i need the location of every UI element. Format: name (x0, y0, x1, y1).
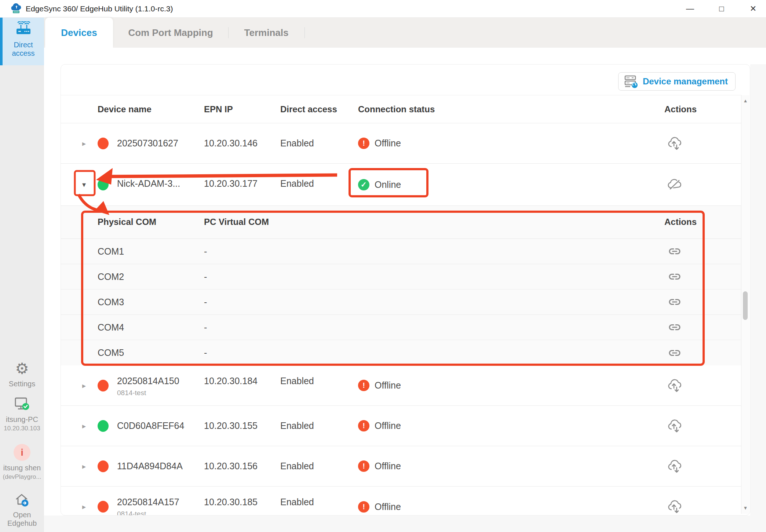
offline-icon: ! (358, 138, 369, 149)
cloud-sync-icon[interactable] (666, 123, 683, 163)
device-ip: 10.20.30.185 (204, 497, 258, 507)
scroll-down-icon[interactable]: ▼ (741, 505, 749, 511)
col-connection-status: Connection status (358, 104, 435, 114)
connection-status: ! Offline (358, 365, 401, 405)
device-name: C0D60A8FEF64 (117, 420, 184, 431)
device-subtitle: 0814-test (117, 510, 146, 515)
direct-access-value: Enabled (280, 461, 314, 471)
expand-arrow-icon[interactable]: ▸ (79, 406, 89, 446)
collapse-arrow-icon[interactable]: ▾ (79, 164, 89, 205)
link-icon[interactable] (666, 289, 683, 314)
col-pc-virtual-com: PC Virtual COM (204, 217, 269, 227)
cloud-sync-icon[interactable] (666, 365, 683, 405)
offline-icon: ! (358, 380, 369, 391)
physical-com: COM2 (98, 272, 124, 282)
com-table-header: Physical COM PC Virtual COM Actions (61, 206, 741, 239)
com-row: COM3 - (61, 289, 741, 315)
minimize-button[interactable]: — (684, 4, 696, 14)
device-subtitle: 0814-test (117, 389, 146, 397)
cloud-off-icon[interactable] (666, 164, 683, 205)
status-text: Online (375, 179, 401, 190)
device-ip: 10.20.30.156 (204, 461, 258, 471)
sidebar-item-open-edgehub[interactable]: Open Edgehub (0, 492, 44, 528)
cloud-sync-icon[interactable] (666, 487, 683, 515)
pc-ip: 10.20.30.103 (0, 425, 44, 432)
tab-devices[interactable]: Devices (45, 18, 113, 48)
device-management-icon (624, 75, 638, 88)
connection-status: ! Offline (358, 406, 401, 446)
virtual-com: - (204, 347, 207, 358)
device-status-dot (98, 460, 109, 472)
tab-com-port-mapping[interactable]: Com Port Mapping (113, 18, 228, 48)
link-icon[interactable] (666, 264, 683, 289)
sidebar-item-settings[interactable]: ⚙ Settings (0, 361, 44, 388)
direct-access-label-2: access (3, 49, 44, 58)
physical-com: COM5 (98, 347, 124, 358)
settings-label: Settings (0, 380, 44, 388)
direct-access-value: Enabled (280, 420, 314, 431)
col-com-actions: Actions (664, 217, 697, 227)
link-icon[interactable] (666, 239, 683, 264)
scroll-up-icon[interactable]: ▲ (741, 98, 749, 103)
window-title: EdgeSync 360/ EdgeHub Utility (1.1.0-rc.… (26, 0, 173, 18)
link-icon[interactable] (666, 340, 683, 365)
com-row: COM5 - (61, 340, 741, 365)
sidebar-item-pc[interactable]: itsung-PC 10.20.30.103 (0, 396, 44, 432)
device-management-button[interactable]: Device management (618, 72, 736, 91)
device-ip: 10.20.30.184 (204, 376, 258, 386)
connection-status: ! Offline (358, 446, 401, 486)
device-ip: 10.20.30.177 (204, 178, 258, 189)
connection-status: ✓ Online (358, 164, 401, 205)
user-org: (devPlaygro... (0, 473, 44, 481)
col-device-name: Device name (98, 104, 152, 114)
direct-access-value: Enabled (280, 178, 314, 189)
device-name: Nick-ADAM-3... (117, 178, 180, 189)
expand-arrow-icon[interactable]: ▸ (79, 487, 89, 515)
offline-icon: ! (358, 460, 369, 472)
physical-com: COM4 (98, 322, 124, 333)
sidebar-item-direct-access[interactable]: Direct access (3, 18, 44, 65)
device-status-dot (98, 179, 109, 190)
sidebar-item-user[interactable]: i itsung shen (devPlaygro... (0, 444, 44, 481)
maximize-button[interactable]: □ (715, 4, 728, 14)
open-edgehub-label-1: Open (0, 511, 44, 519)
close-button[interactable]: ✕ (747, 4, 759, 14)
user-info-icon: i (14, 444, 30, 461)
device-status-dot (98, 420, 109, 432)
title-bar: EdgeSync 360/ EdgeHub Utility (1.1.0-rc.… (0, 0, 766, 18)
expand-arrow-icon[interactable]: ▸ (79, 365, 89, 405)
device-status-dot (98, 138, 109, 149)
col-epn-ip: EPN IP (204, 104, 233, 114)
connection-status: ! Offline (358, 123, 401, 163)
cloud-sync-icon[interactable] (666, 446, 683, 486)
table-row: ▸ 202507301627 10.20.30.146 Enabled ! Of… (61, 123, 741, 164)
vertical-scrollbar[interactable]: ▲ ▼ (741, 95, 749, 514)
direct-access-label-1: Direct (3, 41, 44, 49)
device-ip: 10.20.30.155 (204, 420, 258, 431)
expand-arrow-icon[interactable]: ▸ (79, 123, 89, 163)
virtual-com: - (204, 322, 207, 333)
scrollbar-thumb[interactable] (743, 291, 748, 320)
pc-name: itsung-PC (0, 415, 44, 424)
tab-bar: Devices Com Port Mapping Terminals (44, 18, 766, 48)
status-text: Offline (375, 138, 401, 149)
com-row: COM1 - (61, 239, 741, 264)
tab-terminals[interactable]: Terminals (228, 18, 304, 48)
virtual-com: - (204, 297, 207, 307)
cloud-sync-icon[interactable] (666, 406, 683, 446)
direct-access-value: Enabled (280, 376, 314, 386)
home-launch-icon (13, 492, 31, 508)
content-bottom-gutter (44, 515, 766, 532)
status-text: Offline (375, 502, 401, 512)
link-icon[interactable] (666, 315, 683, 340)
device-name: 20250814A150 (117, 376, 179, 386)
connection-status: ! Offline (358, 487, 401, 515)
device-status-dot (98, 501, 109, 513)
expand-arrow-icon[interactable]: ▸ (79, 446, 89, 486)
gear-icon: ⚙ (15, 361, 29, 377)
virtual-com: - (204, 272, 207, 282)
status-text: Offline (375, 380, 401, 391)
device-status-dot (98, 380, 109, 391)
com-row: COM4 - (61, 315, 741, 340)
tab-separator (304, 27, 305, 38)
